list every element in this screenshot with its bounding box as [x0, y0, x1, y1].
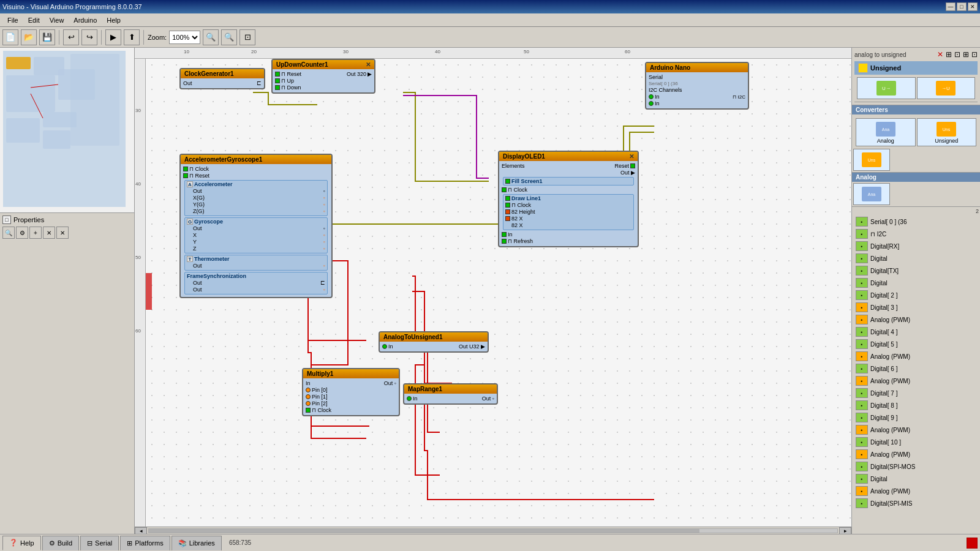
pin-analog-pwm-4[interactable]: ▪ Analog (PWM) — [853, 424, 979, 436]
pin-pwm-1[interactable]: ▪ Analog (PWM) — [853, 313, 979, 326]
menubar: File Edit View Arduino Help — [0, 13, 980, 27]
pin-digital-9[interactable]: ▪ Digital[ 9 ] — [853, 411, 979, 424]
prop-tool-5[interactable]: ✕ — [56, 227, 69, 239]
analog-header[interactable]: Analog — [852, 173, 980, 182]
oled-reset-port — [630, 163, 635, 168]
zoom-out-button[interactable]: 🔍 — [221, 29, 237, 45]
pin-analog-pwm-3[interactable]: ▪ Analog (PWM) — [853, 375, 979, 387]
pin-analog-pwm-2[interactable]: ▪ Analog (PWM) — [853, 350, 979, 362]
h-scroll-right[interactable]: ▸ — [839, 527, 851, 534]
h-scroll-thumb[interactable] — [149, 529, 699, 533]
converters-header[interactable]: Converters — [852, 105, 980, 114]
prop-tool-2[interactable]: ⚙ — [16, 227, 28, 239]
pin-i2c-in[interactable]: ▪ ⊓ I2C — [853, 228, 979, 240]
close-button[interactable]: ✕ — [968, 2, 978, 11]
minimap[interactable] — [0, 48, 134, 212]
digital-list: 2 ▪ Serial[ 0 ] (36 ▪ ⊓ I2C ▪ Digital[RX… — [852, 207, 980, 511]
tab-build[interactable]: ⚙ Build — [42, 536, 79, 550]
right-delete-icon[interactable]: ✕ — [937, 50, 943, 59]
thermo-icon: T — [187, 256, 193, 262]
zoom-fit-button[interactable]: ⊡ — [239, 29, 255, 45]
accel-out-conn: ◦ — [323, 188, 325, 194]
status-error-icon[interactable] — [967, 538, 978, 549]
pin-digital-2[interactable]: ▪ Digital — [853, 277, 979, 289]
right-icon2[interactable]: ⊡ — [954, 50, 960, 59]
pin-digital-10[interactable]: ▪ Digital[ 10 ] — [853, 436, 979, 448]
pin-digital-tx[interactable]: ▪ Digital[TX] — [853, 264, 979, 277]
menu-arduino[interactable]: Arduino — [69, 15, 102, 25]
pin-spi-mosi[interactable]: ▪ Digital(SPI-MOS — [853, 460, 979, 473]
pin-serial0[interactable]: ▪ Serial[ 0 ] (36 — [853, 216, 979, 228]
clock-generator-title: ClockGenerator1 — [181, 69, 264, 78]
tab-serial[interactable]: ⊟ Serial — [80, 536, 119, 550]
pin-pwm-1-label: Analog (PWM) — [870, 317, 910, 323]
right-icon1[interactable]: ⊞ — [946, 50, 952, 59]
upload-button[interactable]: ⬆ — [124, 29, 140, 45]
h-scroll-left[interactable]: ◂ — [135, 527, 147, 534]
pin-analog-pwm-1[interactable]: ▪ Digital[ 3 ] — [853, 301, 979, 313]
menu-file[interactable]: File — [2, 15, 23, 25]
pin-digital-3[interactable]: ▪ Digital[ 2 ] — [853, 289, 979, 301]
zoom-in-button[interactable]: 🔍 — [203, 29, 219, 45]
maprange-body: In Out ◦ — [404, 394, 497, 403]
menu-edit[interactable]: Edit — [23, 15, 45, 25]
drawline-subtitle: Draw Line1 — [505, 195, 631, 201]
unsigned-conv-1[interactable]: U→ — [857, 77, 916, 99]
save-button[interactable]: 💾 — [39, 29, 55, 45]
pin-digital-5[interactable]: ▪ Digital[ 5 ] — [853, 338, 979, 350]
conv-analog-svg: Ana — [875, 121, 897, 138]
map-in-row: In Out ◦ — [407, 395, 494, 402]
new-button[interactable]: 📄 — [2, 29, 18, 45]
right-icon4[interactable]: ⊡ — [971, 50, 978, 59]
redo-button[interactable]: ↪ — [81, 29, 97, 45]
right-icon3[interactable]: ⊞ — [963, 50, 969, 59]
pin-analog-pwm-2-label: Analog (PWM) — [870, 353, 910, 360]
h-scrollbar[interactable]: ◂ ▸ — [135, 527, 851, 534]
accel-xg-label: X(G) — [193, 195, 205, 201]
zoom-select[interactable]: 100% 75% 150% — [169, 31, 200, 44]
ruler-tick-60: 60 — [625, 49, 630, 54]
conv-extra[interactable]: Uns — [853, 149, 890, 171]
prop-tool-1[interactable]: 🔍 — [2, 227, 15, 239]
prop-tool-4[interactable]: ✕ — [43, 227, 55, 239]
display-oled-component: DisplayOLED1 ✕ Elements Reset Out ▶ — [498, 151, 639, 247]
pin-digital-7[interactable]: ▪ Digital[ 7 ] — [853, 387, 979, 399]
pin-digital-rx[interactable]: ▪ Digital[RX] — [853, 240, 979, 252]
unsigned-conv-2[interactable]: →U — [917, 77, 976, 99]
analog-item-icon: Ana — [861, 186, 883, 203]
pin-digital-4[interactable]: ▪ Digital[ 4 ] — [853, 326, 979, 338]
analog-item[interactable]: Ana — [853, 183, 890, 205]
pin-analog-pwm-5[interactable]: ▪ Analog (PWM) — [853, 448, 979, 460]
build-button[interactable]: ▶ — [105, 29, 121, 45]
tab-libraries[interactable]: 📚 Libraries — [172, 536, 222, 550]
updown-out-label: Out 320 — [347, 71, 366, 77]
display-close[interactable]: ✕ — [629, 153, 634, 160]
pin-analog-pwm-6[interactable]: ▪ Analog (PWM) — [853, 485, 979, 497]
maximize-button[interactable]: □ — [957, 2, 967, 11]
pin-digital-8[interactable]: ▪ Digital[ 8 ] — [853, 399, 979, 411]
conv-analog[interactable]: Ana Analog — [856, 118, 916, 146]
conv-unsigned[interactable]: Uns Unsigned — [917, 118, 977, 146]
pin-digital-pwm-6[interactable]: ▪ Digital — [853, 473, 979, 485]
h-scroll-track[interactable] — [148, 528, 838, 533]
open-button[interactable]: 📂 — [21, 29, 37, 45]
conv-analog-icon: Ana — [875, 121, 897, 138]
menu-help[interactable]: Help — [102, 15, 126, 25]
scroll-marker — [146, 273, 152, 310]
pin-digital-in2[interactable]: ▪ Digital — [853, 252, 979, 264]
tab-platforms[interactable]: ⊞ Platforms — [120, 536, 170, 550]
tab-help[interactable]: ❓ Help — [2, 536, 41, 550]
draw-x-label: 82 X — [511, 222, 523, 228]
pin-digital-6[interactable]: ▪ Digital[ 6 ] — [853, 362, 979, 375]
nano-in-label: In — [655, 100, 660, 107]
updown-close[interactable]: ✕ — [366, 61, 371, 68]
undo-button[interactable]: ↩ — [63, 29, 79, 45]
nano-i2c-label: In — [655, 94, 660, 100]
menu-view[interactable]: View — [45, 15, 69, 25]
conv-svg-1: U→ — [875, 80, 897, 97]
prop-tool-3[interactable]: + — [29, 227, 42, 239]
main-canvas[interactable]: ClockGenerator1 Out ⊏ UpDownCounter1 ✕ — [146, 59, 851, 527]
pin-analog-pwm-3-label: Analog (PWM) — [870, 378, 910, 384]
minimize-button[interactable]: — — [946, 2, 956, 11]
pin-spi-miso[interactable]: ▪ Digital(SPI-MIS — [853, 497, 979, 509]
